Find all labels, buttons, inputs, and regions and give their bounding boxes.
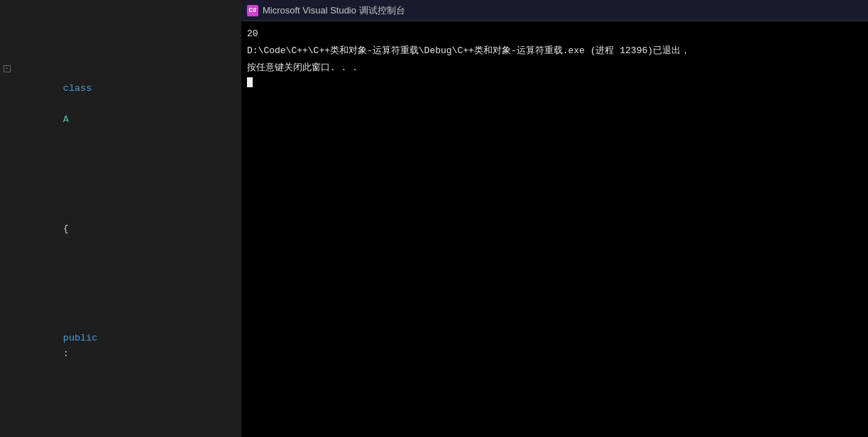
console-app-icon: C# bbox=[247, 5, 258, 16]
code-line-1: - class A bbox=[0, 65, 241, 143]
console-cursor bbox=[247, 77, 253, 87]
console-titlebar: C# Microsoft Visual Studio 调试控制台 bbox=[241, 0, 868, 21]
code-editor: - class A { public : - bbox=[0, 0, 241, 437]
collapse-icon-1[interactable]: - bbox=[4, 65, 11, 72]
console-body: 20 D:\Code\C++\C++类和对象-运算符重载\Debug\C++类和… bbox=[241, 21, 868, 437]
console-title: Microsoft Visual Studio 调试控制台 bbox=[263, 4, 405, 17]
console-output-1: 20 bbox=[247, 27, 862, 41]
console-output-2: D:\Code\C++\C++类和对象-运算符重载\Debug\C++类和对象-… bbox=[247, 44, 862, 58]
code-lines: - class A { public : - bbox=[0, 0, 241, 437]
class-name-A: A bbox=[63, 114, 69, 125]
keyword-public: public bbox=[63, 333, 98, 343]
code-line-2: { bbox=[0, 206, 241, 253]
keyword-class: class bbox=[63, 83, 92, 94]
console-panel: C# Microsoft Visual Studio 调试控制台 20 D:\C… bbox=[241, 0, 868, 437]
console-output-3: 按任意键关闭此窗口. . . bbox=[247, 61, 862, 75]
code-line-3: public : bbox=[0, 315, 241, 377]
